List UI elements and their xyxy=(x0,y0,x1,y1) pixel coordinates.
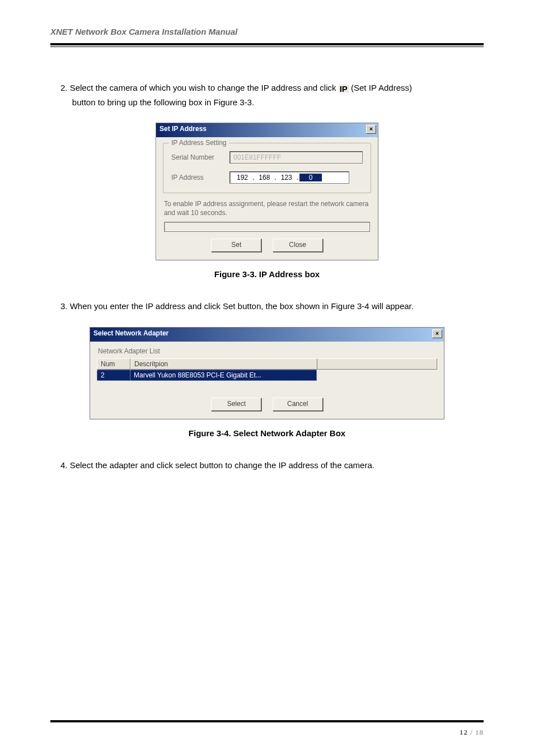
set-ip-address-dialog: Set IP Address × IP Address Setting Seri… xyxy=(156,123,378,260)
progress-bar xyxy=(164,222,370,232)
select-network-adapter-dialog: Select Network Adapter × Network Adapter… xyxy=(90,327,444,419)
adapter-list-row[interactable]: 2 Marvell Yukon 88E8053 PCI-E Gigabit Et… xyxy=(97,370,437,381)
step2-prefix: 2. Select the camera of which you wish t… xyxy=(60,83,339,92)
page-total: 18 xyxy=(475,728,484,736)
col-num[interactable]: Num xyxy=(97,358,130,370)
row-description: Marvell Yukon 88E8053 PCI-E Gigabit Et..… xyxy=(130,370,317,381)
dot: . xyxy=(274,174,276,181)
group-legend: IP Address Setting xyxy=(169,139,229,147)
step-4-text: 4. Select the adapter and click select b… xyxy=(60,458,484,473)
figure-3-3-caption: Figure 3-3. IP Address box xyxy=(50,269,484,279)
col-description[interactable]: Descritpion xyxy=(130,358,317,370)
ip-address-setting-group: IP Address Setting Serial Number 001E81F… xyxy=(163,143,371,193)
row-spacer xyxy=(317,370,437,381)
ip-octet-3[interactable]: 123 xyxy=(278,174,296,181)
dialog-title: Select Network Adapter xyxy=(93,329,168,337)
close-icon[interactable]: × xyxy=(432,329,442,338)
figure-3-4-caption: Figure 3-4. Select Network Adapter Box xyxy=(50,428,484,438)
row-num: 2 xyxy=(97,370,130,381)
ip-octet-1[interactable]: 192 xyxy=(233,174,251,181)
restart-note: To enable IP address assignment, please … xyxy=(164,200,370,217)
ip-address-label: IP Address xyxy=(171,174,229,181)
dot: . xyxy=(252,174,254,181)
set-button[interactable]: Set xyxy=(211,239,261,252)
footer-rule xyxy=(50,720,484,725)
dialog-titlebar: Set IP Address × xyxy=(156,123,378,137)
page-number: 12 / 18 xyxy=(50,728,484,737)
close-icon[interactable]: × xyxy=(366,125,376,134)
step-2-text: 2. Select the camera of which you wish t… xyxy=(60,81,484,109)
dialog-titlebar: Select Network Adapter × xyxy=(90,328,444,342)
serial-number-label: Serial Number xyxy=(171,153,229,161)
ip-octet-2[interactable]: 168 xyxy=(255,174,273,181)
cancel-button[interactable]: Cancel xyxy=(273,398,323,411)
col-spacer xyxy=(317,358,437,370)
select-button[interactable]: Select xyxy=(211,398,261,411)
step-3-text: 3. When you enter the IP address and cli… xyxy=(60,299,484,314)
header-rule xyxy=(50,43,484,47)
ip-address-field[interactable]: 192 . 168 . 123 . 0 xyxy=(229,171,349,184)
step2-suffix1: (Set IP Address) xyxy=(351,83,412,92)
close-button[interactable]: Close xyxy=(273,239,323,252)
adapter-list-label: Network Adapter List xyxy=(98,347,437,355)
dialog-title: Set IP Address xyxy=(160,125,207,133)
page-current: 12 xyxy=(460,728,468,736)
adapter-list-header: Num Descritpion xyxy=(97,358,437,370)
dot: . xyxy=(297,174,298,181)
manual-header: XNET Network Box Camera Installation Man… xyxy=(50,27,484,36)
page-sep: / xyxy=(468,728,475,736)
step2-line2: button to bring up the following box in … xyxy=(72,97,254,107)
ip-icon: IP xyxy=(339,85,349,93)
serial-number-field: 001E81FFFFFF xyxy=(229,151,363,164)
ip-octet-4[interactable]: 0 xyxy=(299,174,322,181)
